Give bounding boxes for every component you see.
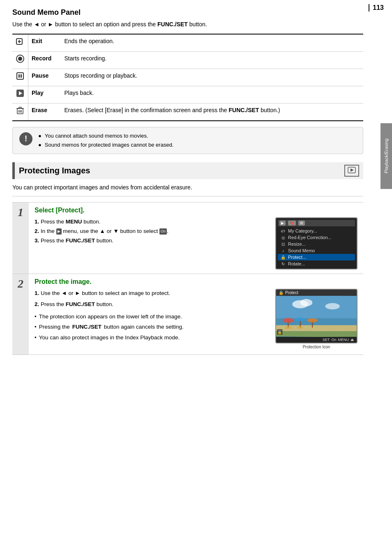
soundmemo-icon: ♪ — [280, 249, 286, 253]
menu-screenshot: ▶ 🔖 ⚙ 🏷 My Category... ◎ Red-Eye Correct… — [275, 217, 357, 269]
redeye-icon: ◎ — [280, 235, 286, 240]
play-label: Play — [28, 86, 61, 104]
step-1-instructions: 1. Press the MENU button. 2. In the ▶ me… — [35, 217, 269, 246]
svg-rect-4 — [18, 74, 20, 78]
table-row: Pause Stops recording or playback. — [12, 69, 363, 86]
protect-top-bar: 🔒 Protect — [276, 290, 357, 296]
svg-marker-19 — [350, 168, 354, 172]
erase-icon — [12, 104, 28, 121]
pause-label: Pause — [28, 69, 61, 86]
pause-desc: Stops recording or playback. — [61, 69, 364, 86]
play-icon — [12, 86, 28, 104]
menu-label: MENU — [338, 338, 349, 342]
page-number: 113 — [369, 4, 384, 12]
svg-point-28 — [283, 318, 294, 323]
exit-desc: Ends the operation. — [61, 34, 364, 52]
svg-point-2 — [18, 57, 22, 61]
step-2-title: Protect the image. — [35, 278, 357, 286]
menu-item-rotate: ↻ Rotate... — [278, 260, 355, 267]
record-label: Record — [28, 52, 61, 69]
step-2-content: Protect the image. 1. Use the ◄ or ► but… — [29, 274, 363, 355]
table-row: Exit Ends the operation. — [12, 34, 363, 52]
erase-desc: Erases. (Select [Erase] in the confirmat… — [61, 104, 364, 121]
protect-intro: You can protect important images and mov… — [12, 183, 363, 196]
note-text: ● You cannot attach sound memos to movie… — [38, 131, 173, 150]
step-2-inst-2: 2. Press the FUNC./SET button. — [35, 300, 269, 309]
menu-top-bar: ▶ 🔖 ⚙ — [278, 220, 355, 226]
step-1-number: 1 — [12, 203, 29, 274]
menu-item-soundmemo: ♪ Sound Memo — [278, 247, 355, 254]
note-icon: ! — [18, 131, 33, 148]
svg-rect-34 — [297, 327, 303, 329]
protecting-title: Protecting Images — [19, 166, 90, 175]
rotate-icon: ↻ — [280, 262, 286, 266]
main-content: Sound Memo Panel Use the ◄ or ► button t… — [12, 8, 376, 355]
table-row: Record Starts recording. — [12, 52, 363, 69]
step-1-title: Select [Protect]. — [35, 207, 357, 214]
svg-point-30 — [295, 318, 305, 322]
set-label: SET — [323, 338, 330, 342]
note-box: ! ● You cannot attach sound memos to mov… — [12, 127, 363, 154]
sound-memo-section: Sound Memo Panel Use the ◄ or ► button t… — [12, 8, 363, 154]
svg-rect-33 — [285, 327, 292, 329]
step-1-container: 1 Select [Protect]. 1. Press the MENU bu… — [12, 202, 363, 274]
svg-text:🔒: 🔒 — [277, 330, 282, 335]
step-1-content: Select [Protect]. 1. Press the MENU butt… — [29, 203, 363, 274]
step-2-bullets: The protection icon appears on the lower… — [35, 313, 269, 342]
step-2-text: 1. Use the ◄ or ► button to select an im… — [35, 289, 269, 344]
svg-point-22 — [300, 299, 312, 306]
play-desc: Plays back. — [61, 86, 364, 104]
svg-rect-20 — [276, 296, 357, 318]
note-bullet-2: ● Sound memos for protected images canno… — [38, 140, 173, 150]
sound-memo-title: Sound Memo Panel — [12, 8, 363, 17]
erase-label: Erase — [28, 104, 61, 121]
bullet-item-1: The protection icon appears on the lower… — [35, 313, 269, 321]
menu-tab-cat: 🔖 — [288, 221, 296, 226]
step-1-inst-2: 2. In the ▶ menu, use the ▲ or ▼ button … — [35, 227, 269, 236]
step-1-inst-3: 3. Press the FUNC./SET button. — [35, 236, 269, 246]
protection-icon-label: Protection Icon — [275, 343, 357, 350]
menu-tab-play: ▶ — [279, 221, 286, 226]
protect-select-icon: On — [159, 228, 167, 235]
exit-label: Exit — [28, 34, 61, 52]
note-bullet-1: ● You cannot attach sound memos to movie… — [38, 131, 173, 140]
step-2-row: 1. Use the ◄ or ► button to select an im… — [35, 289, 357, 350]
record-icon — [12, 52, 28, 69]
step-2-number: 2 — [12, 274, 29, 355]
protecting-header: Protecting Images — [12, 162, 363, 179]
protecting-section: Protecting Images You can protect import… — [12, 162, 363, 355]
svg-rect-26 — [276, 331, 357, 336]
protect-bottom-bar: SET On MENU ⏏ — [276, 337, 357, 343]
table-row: Erase Erases. (Select [Erase] in the con… — [12, 104, 363, 121]
sound-memo-intro: Use the ◄ or ► button to select an optio… — [12, 20, 363, 29]
category-icon: 🏷 — [280, 229, 286, 233]
step-1-image: ▶ 🔖 ⚙ 🏷 My Category... ◎ Red-Eye Correct… — [275, 217, 357, 269]
step-2-image: 🔒 Protect — [275, 289, 357, 350]
step-2-instructions: 1. Use the ◄ or ► button to select an im… — [35, 289, 269, 309]
step-1-inst-1: 1. Press the MENU button. — [35, 217, 269, 227]
svg-rect-5 — [21, 74, 22, 78]
step-1-text: 1. Press the MENU button. 2. In the ▶ me… — [35, 217, 269, 246]
step-1-row: 1. Press the MENU button. 2. In the ▶ me… — [35, 217, 357, 269]
menu-tab-settings: ⚙ — [298, 221, 305, 226]
menu-item-mycategory: 🏷 My Category... — [278, 228, 355, 234]
svg-point-32 — [307, 318, 317, 322]
svg-text:!: ! — [25, 134, 28, 143]
play-mode-icon — [344, 165, 359, 177]
record-desc: Starts recording. — [61, 52, 364, 69]
protect-top-icon: 🔒 — [279, 290, 284, 295]
pause-icon — [12, 69, 28, 86]
table-row: Play Plays back. — [12, 86, 363, 104]
bullet-item-2: Pressing the FUNC./SET button again canc… — [35, 323, 269, 331]
exit-icon — [12, 34, 28, 52]
svg-rect-3 — [17, 73, 23, 79]
protect-screenshot: 🔒 Protect — [275, 289, 357, 343]
sound-table: Exit Ends the operation. Record Starts r… — [12, 34, 363, 121]
menu-item-protect: 🔒 Protect... — [278, 254, 355, 260]
menu-item-redeye: ◎ Red-Eye Correction... — [278, 234, 355, 241]
svg-point-23 — [325, 303, 340, 310]
protect-top-label: Protect — [285, 290, 298, 295]
bullet-item-3: You can also protect images in the Index… — [35, 334, 269, 342]
resize-icon: ⊡ — [280, 242, 286, 246]
on-label: On — [331, 338, 336, 342]
